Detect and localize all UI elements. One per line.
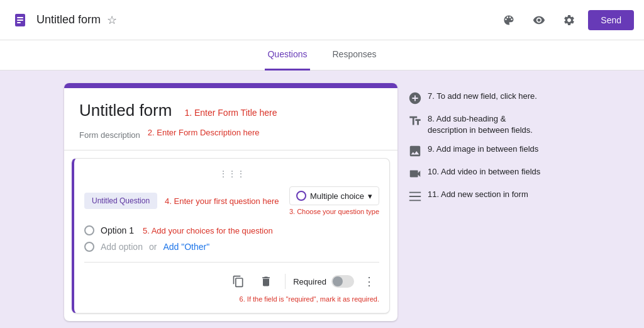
option-row: Option 1 5. Add your choices for the que… (84, 225, 379, 235)
tabs-bar: Questions Responses (0, 40, 644, 71)
more-options-button[interactable]: ⋮ (359, 271, 379, 291)
sidebar-text-subheading: 8. Add sub-heading & description in betw… (428, 113, 546, 136)
video-icon[interactable] (408, 166, 423, 181)
delete-button[interactable] (255, 270, 277, 293)
doc-icon (10, 10, 30, 30)
sidebar-item-image: 9. Add image in between fields (408, 141, 546, 161)
svg-rect-3 (17, 22, 21, 23)
sidebar-text-add-field: 7. To add new field, click here. (428, 91, 537, 102)
question-card: ⋮⋮⋮ Untitled Question 4. Enter your firs… (72, 158, 390, 314)
add-option-text[interactable]: Add option (101, 242, 143, 252)
add-option-row: Add option or Add "Other" (84, 242, 379, 252)
add-option-radio (84, 242, 94, 252)
main-content: Untitled form 1. Enter Form Title here F… (0, 71, 644, 328)
header-right: Send (497, 9, 634, 31)
right-sidebar: 7. To add new field, click here. 8. Add … (408, 83, 546, 206)
app-title: Untitled form (36, 13, 101, 26)
svg-rect-2 (17, 20, 23, 21)
subheading-icon[interactable] (408, 113, 423, 128)
drag-handle[interactable]: ⋮⋮⋮ (84, 169, 379, 179)
question-tag: Untitled Question (84, 193, 157, 209)
divider (285, 274, 286, 289)
content-wrapper: Untitled form 1. Enter Form Title here F… (64, 83, 580, 321)
form-card: Untitled form 1. Enter Form Title here F… (64, 83, 397, 321)
preview-button[interactable] (528, 9, 550, 31)
add-field-icon[interactable] (408, 91, 423, 106)
question-row: Untitled Question 4. Enter your first qu… (84, 186, 379, 215)
duplicate-button[interactable] (227, 270, 250, 293)
required-label: Required (293, 277, 326, 286)
question-input-hint[interactable]: 4. Enter your first question here (165, 196, 282, 206)
form-header: Untitled form 1. Enter Form Title here F… (64, 83, 397, 150)
add-option-or: or (149, 242, 157, 252)
sidebar-text-section: 11. Add new section in form (428, 189, 528, 200)
add-other-link[interactable]: Add "Other" (163, 242, 209, 252)
image-icon[interactable] (408, 144, 423, 159)
tab-questions[interactable]: Questions (265, 40, 309, 71)
app-header: Untitled form ☆ Send (0, 0, 644, 40)
option-radio (84, 225, 94, 235)
form-description-label[interactable]: Form description (79, 130, 140, 140)
sidebar-item-section: 11. Add new section in form (408, 186, 546, 206)
radio-icon (296, 191, 306, 201)
header-left: Untitled form ☆ (10, 10, 117, 30)
question-type-dropdown[interactable]: Multiple choice ▾ (289, 186, 379, 205)
required-toggle[interactable] (331, 275, 354, 288)
option-label[interactable]: Option 1 (101, 225, 134, 235)
required-hint: 6. If the field is "required", mark it a… (84, 295, 379, 303)
settings-button[interactable] (558, 9, 580, 31)
palette-button[interactable] (497, 9, 520, 31)
section-icon[interactable] (408, 189, 423, 204)
form-title[interactable]: Untitled form (79, 101, 172, 120)
dropdown-arrow: ▾ (368, 191, 372, 201)
question-footer: Required ⋮ (84, 262, 379, 293)
form-title-hint: 1. Enter Form Title here (184, 108, 277, 118)
sidebar-item-subheading: 8. Add sub-heading & description in betw… (408, 111, 546, 139)
star-icon[interactable]: ☆ (107, 13, 117, 27)
form-desc-hint: 2. Enter Form Description here (148, 128, 260, 137)
sidebar-text-image: 9. Add image in between fields (428, 144, 538, 155)
sidebar-text-video: 10. Add video in between fields (428, 166, 540, 178)
svg-rect-1 (17, 17, 23, 18)
question-type-hint: 3. Choose your question type (289, 208, 379, 215)
send-button[interactable]: Send (588, 10, 634, 30)
sidebar-item-video: 10. Add video in between fields (408, 164, 546, 184)
sidebar-item-add-field: 7. To add new field, click here. (408, 88, 546, 108)
option-hint: 5. Add your choices for the question (143, 226, 273, 235)
question-type-label: Multiple choice (310, 191, 364, 201)
tab-responses[interactable]: Responses (330, 40, 379, 71)
